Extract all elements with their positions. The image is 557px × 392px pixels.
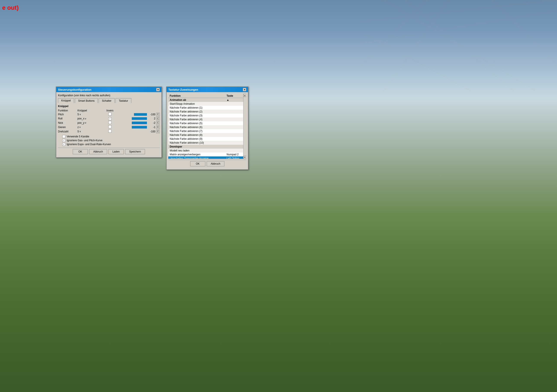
row-farbe-10[interactable]: Nächste Farbe aktivieren (10) [168,141,246,145]
col-funktion-header: Funktion [168,94,225,98]
pitch-checkbox-cell [99,113,121,116]
drehzahl-label: Drehzahl [58,130,77,133]
row-farbe-6[interactable]: Nächste Farbe aktivieren (6) [168,125,246,129]
pitch-c-btn[interactable]: C [156,113,160,116]
drehzahl-select[interactable]: 5 ∨ [77,130,99,133]
pitch-kurve-checkbox[interactable] [62,139,65,142]
dialog2-titlebar: Tastatur-Zuweisungen ✕ [167,87,248,92]
table-headers: Funktion Knüppel Invers [58,109,160,112]
nick-checkbox[interactable] [108,121,111,124]
roll-checkbox[interactable] [108,117,111,120]
gieren-right: -1 C [121,125,160,129]
drehzahl-c-btn[interactable]: C [156,130,160,133]
dialog2-close-button[interactable]: ✕ [243,88,246,91]
pitch-checkbox[interactable] [108,113,111,115]
row-farbe-3[interactable]: Nächste Farbe aktivieren (3) [168,114,246,117]
roll-dropdown-arrow: ∨ [85,117,86,120]
steuerung-dialog: Steuerungskonfiguration ✕ Konfiguration … [56,87,162,158]
nick-value: -2 [148,121,155,124]
5-kanaele-checkbox[interactable] [62,135,65,138]
tab-schalter[interactable]: Schalter [99,98,115,103]
top-label: e out) [2,4,19,11]
dialog2-ok-button[interactable]: OK [190,161,205,166]
kz-table: Funktion Taste Animation ab ▲ [168,94,246,159]
row-farbe-2[interactable]: Nächste Farbe aktivieren (2) [168,110,246,114]
dialog1-laden-button[interactable]: Laden [108,149,124,154]
pitch-select[interactable]: 5 ∨ [77,113,99,116]
row-farbe-2-label: Nächste Farbe aktivieren (2) [168,110,225,114]
gieren-checkbox[interactable] [108,125,111,128]
col-value [121,109,160,112]
checkbox-5-kanaele: Verwende 5 Kanäle [62,135,160,138]
dialog1-ok-button[interactable]: OK [73,149,88,154]
svg-line-1 [362,11,557,43]
dialog1-close-button[interactable]: ✕ [156,88,160,91]
checkbox-pitch-kurve: Ignoriere Gas- und Pitch-Kurve [62,139,160,142]
gieren-value: -1 [148,126,155,129]
drehzahl-checkbox[interactable] [108,130,111,133]
roll-checkbox-cell [99,117,121,120]
gieren-checkbox-cell [99,125,121,129]
svg-line-0 [362,0,557,22]
kz-table-body: Animation ab ▲ Start/Stopp Animation Näc… [168,98,246,159]
gieren-select[interactable]: z ∨ [77,126,99,129]
group-animation-label: Animation ab [168,98,225,102]
drehzahl-checkbox-cell [99,130,121,133]
scroll-up-arrow[interactable]: ▲ [243,94,246,97]
row-modell-neu-laden[interactable]: Modell neu laden [168,149,246,153]
channel-nick: Nick pov_y ∨ -2 C [58,121,160,125]
gieren-label: Gieren [58,126,77,129]
dialog1-bottom-buttons: OK Abbruch Laden Speichern [58,147,160,155]
row-modell-label: Modell neu laden [168,149,225,153]
dialog1-abbruch-button[interactable]: Abbruch [89,149,107,154]
row-farbe-7[interactable]: Nächste Farbe aktivieren (7) [168,129,246,133]
tab-knueppel[interactable]: Knüppel [58,98,74,103]
tastatur-dialog: Tastatur-Zuweisungen ✕ Funktion Taste [166,87,248,170]
row-farbe-9[interactable]: Nächste Farbe aktivieren (9) [168,137,246,141]
nick-checkbox-cell [99,121,121,125]
channel-pitch: Pitch 5 ∨ -100 C [58,113,160,116]
nick-slider [132,122,147,124]
group-header-developer: Developer [168,145,246,149]
dialog2-abbruch-button[interactable]: Abbruch [207,161,225,166]
group-developer-label: Developer [168,145,246,149]
row-farbe-5[interactable]: Nächste Farbe aktivieren (5) [168,121,246,125]
nick-select[interactable]: pov_y ∨ [77,121,99,124]
row-start-stopp[interactable]: Start/Stopp Animation [168,102,246,106]
dialog1-speichern-button[interactable]: Speichern [125,149,145,154]
checkboxes-section: Verwende 5 Kanäle Ignoriere Gas- und Pit… [58,135,160,146]
col-knueppel: Knüppel [77,109,99,112]
scroll-down-arrow[interactable]: ▼ [243,156,246,159]
gieren-slider [132,126,147,129]
roll-value: 2 [148,117,155,120]
tab-smart-buttons[interactable]: Smart Buttons [75,98,98,103]
dialog2-bottom-buttons: OK Abbruch [168,160,246,168]
expo-checkbox[interactable] [62,143,65,146]
roll-right: 2 C [121,117,160,120]
gieren-c-btn[interactable]: C [156,125,160,129]
row-farbe-9-label: Nächste Farbe aktivieren (9) [168,137,225,141]
tab-tastatur[interactable]: Tastatur [115,98,131,103]
dialog1-titlebar: Steuerungskonfiguration ✕ [56,87,161,92]
pitch-dropdown-arrow: ∨ [79,113,81,115]
row-farbe-1[interactable]: Nächste Farbe aktivieren (1) [168,106,246,110]
row-farbe-4[interactable]: Nächste Farbe aktivieren (4) [168,117,246,121]
dialog2-content: Funktion Taste Animation ab ▲ [167,92,248,169]
row-farbe-8[interactable]: Nächste Farbe aktivieren (8) [168,133,246,137]
expo-label: Ignoriere Expo- und Dual-Rate-Kurven [67,143,111,146]
roll-c-btn[interactable]: C [156,117,160,120]
svg-line-6 [384,0,535,91]
col-invers: Invers [99,109,121,112]
row-farbe-4-label: Nächste Farbe aktivieren (4) [168,117,225,121]
row-matrix[interactable]: Matrix anzeigen/verbergen Numpad 2 [168,153,246,156]
dialog1-content: Konfiguration (von links nach rechts auf… [56,92,161,157]
row-farbe-10-label: Nächste Farbe aktivieren (10) [168,141,225,145]
row-farbe-8-label: Nächste Farbe aktivieren (8) [168,133,225,137]
row-topographie-anzeige[interactable]: Umschalten Topographie-Anzeige Left Opti… [168,156,246,159]
roll-select[interactable]: pov_x ∨ [77,117,99,120]
roll-label: Roll [58,117,77,120]
kz-scroll-container: Funktion Taste Animation ab ▲ [168,94,246,159]
tab-row: Knüppel Smart Buttons Schalter Tastatur [58,98,160,103]
kz-scrollbar: ▲ ▼ [243,94,246,159]
nick-c-btn[interactable]: C [156,121,160,125]
